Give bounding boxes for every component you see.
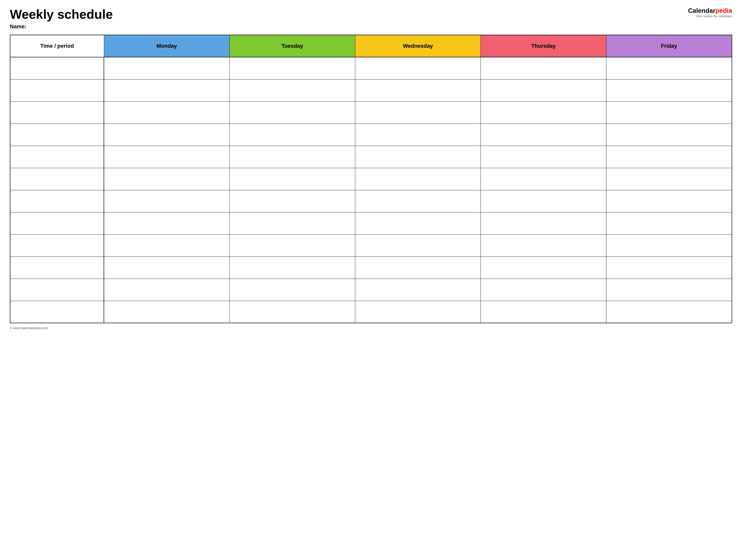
schedule-cell[interactable]	[606, 190, 732, 212]
footer: © www.calendarpedia.com	[10, 326, 732, 330]
time-cell[interactable]	[10, 301, 104, 323]
schedule-cell[interactable]	[104, 101, 229, 124]
schedule-cell[interactable]	[606, 301, 732, 323]
time-cell[interactable]	[10, 101, 104, 124]
table-row	[10, 168, 732, 190]
schedule-cell[interactable]	[104, 168, 229, 190]
schedule-cell[interactable]	[481, 301, 606, 323]
schedule-cell[interactable]	[229, 146, 355, 168]
time-cell[interactable]	[10, 146, 104, 168]
footer-url: © www.calendarpedia.com	[10, 326, 48, 330]
time-cell[interactable]	[10, 279, 104, 301]
schedule-cell[interactable]	[355, 168, 481, 190]
schedule-cell[interactable]	[481, 212, 606, 234]
schedule-cell[interactable]	[481, 190, 606, 212]
schedule-cell[interactable]	[104, 146, 229, 168]
schedule-cell[interactable]	[229, 279, 355, 301]
logo-tagline: Your source for calendars	[696, 14, 732, 18]
time-cell[interactable]	[10, 212, 104, 234]
name-label: Name:	[10, 23, 113, 30]
page-header: Weekly schedule Name: Calendarpedia Your…	[10, 7, 732, 30]
schedule-cell[interactable]	[481, 234, 606, 257]
schedule-cell[interactable]	[229, 101, 355, 124]
table-row	[10, 279, 732, 301]
schedule-cell[interactable]	[481, 257, 606, 279]
schedule-cell[interactable]	[355, 234, 481, 257]
col-header-thursday: Thursday	[481, 35, 606, 57]
schedule-cell[interactable]	[355, 57, 481, 79]
schedule-cell[interactable]	[229, 124, 355, 146]
schedule-cell[interactable]	[606, 212, 732, 234]
schedule-cell[interactable]	[229, 168, 355, 190]
schedule-cell[interactable]	[606, 234, 732, 257]
schedule-cell[interactable]	[355, 301, 481, 323]
time-cell[interactable]	[10, 190, 104, 212]
schedule-cell[interactable]	[355, 146, 481, 168]
schedule-cell[interactable]	[606, 257, 732, 279]
schedule-cell[interactable]	[355, 257, 481, 279]
col-header-wednesday: Wednesday	[355, 35, 481, 57]
schedule-cell[interactable]	[606, 57, 732, 79]
time-cell[interactable]	[10, 257, 104, 279]
schedule-cell[interactable]	[355, 279, 481, 301]
schedule-cell[interactable]	[104, 301, 229, 323]
table-row	[10, 101, 732, 124]
table-row	[10, 57, 732, 79]
schedule-cell[interactable]	[481, 79, 606, 101]
schedule-cell[interactable]	[229, 301, 355, 323]
col-header-monday: Monday	[104, 35, 229, 57]
schedule-cell[interactable]	[104, 212, 229, 234]
schedule-cell[interactable]	[104, 79, 229, 101]
schedule-cell[interactable]	[481, 168, 606, 190]
page-title: Weekly schedule	[10, 7, 113, 21]
schedule-cell[interactable]	[229, 190, 355, 212]
schedule-cell[interactable]	[229, 79, 355, 101]
schedule-cell[interactable]	[481, 124, 606, 146]
schedule-cell[interactable]	[355, 190, 481, 212]
schedule-cell[interactable]	[104, 279, 229, 301]
schedule-cell[interactable]	[229, 257, 355, 279]
schedule-cell[interactable]	[481, 279, 606, 301]
schedule-cell[interactable]	[229, 212, 355, 234]
schedule-table: Time / period Monday Tuesday Wednesday T…	[10, 35, 732, 323]
time-cell[interactable]	[10, 124, 104, 146]
schedule-cell[interactable]	[355, 79, 481, 101]
col-header-friday: Friday	[606, 35, 732, 57]
logo: Calendarpedia	[688, 7, 732, 14]
schedule-cell[interactable]	[104, 124, 229, 146]
title-section: Weekly schedule Name:	[10, 7, 113, 30]
table-row	[10, 257, 732, 279]
time-cell[interactable]	[10, 57, 104, 79]
schedule-cell[interactable]	[104, 57, 229, 79]
schedule-cell[interactable]	[229, 57, 355, 79]
schedule-cell[interactable]	[355, 124, 481, 146]
table-row	[10, 212, 732, 234]
table-row	[10, 190, 732, 212]
col-header-tuesday: Tuesday	[229, 35, 355, 57]
schedule-cell[interactable]	[355, 101, 481, 124]
schedule-cell[interactable]	[481, 101, 606, 124]
table-row	[10, 301, 732, 323]
schedule-cell[interactable]	[481, 146, 606, 168]
schedule-cell[interactable]	[229, 234, 355, 257]
table-header-row: Time / period Monday Tuesday Wednesday T…	[10, 35, 732, 57]
time-cell[interactable]	[10, 79, 104, 101]
table-row	[10, 234, 732, 257]
logo-section: Calendarpedia Your source for calendars	[688, 7, 732, 18]
schedule-cell[interactable]	[606, 101, 732, 124]
col-header-time: Time / period	[10, 35, 104, 57]
time-cell[interactable]	[10, 168, 104, 190]
table-row	[10, 146, 732, 168]
schedule-cell[interactable]	[606, 168, 732, 190]
schedule-cell[interactable]	[606, 146, 732, 168]
schedule-cell[interactable]	[104, 190, 229, 212]
schedule-cell[interactable]	[355, 212, 481, 234]
time-cell[interactable]	[10, 234, 104, 257]
schedule-cell[interactable]	[606, 279, 732, 301]
schedule-cell[interactable]	[104, 234, 229, 257]
schedule-cell[interactable]	[481, 57, 606, 79]
logo-pedia-text: pedia	[716, 7, 732, 14]
schedule-cell[interactable]	[104, 257, 229, 279]
schedule-cell[interactable]	[606, 124, 732, 146]
schedule-cell[interactable]	[606, 79, 732, 101]
